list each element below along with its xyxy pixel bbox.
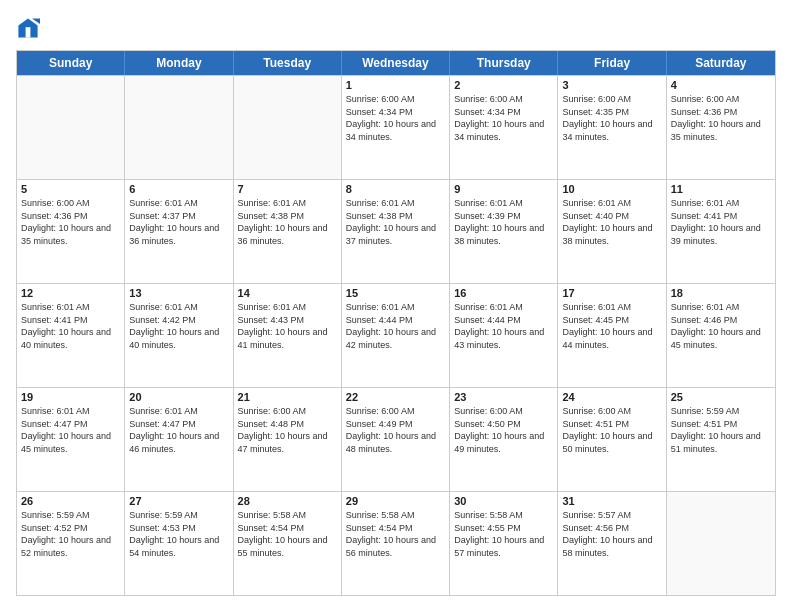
day-number: 16 <box>454 287 553 299</box>
day-number: 10 <box>562 183 661 195</box>
day-info: Sunrise: 6:01 AMSunset: 4:37 PMDaylight:… <box>129 197 228 247</box>
day-number: 20 <box>129 391 228 403</box>
day-info: Sunrise: 6:01 AMSunset: 4:42 PMDaylight:… <box>129 301 228 351</box>
day-cell <box>667 492 775 595</box>
logo-icon <box>16 16 40 40</box>
day-info: Sunrise: 5:57 AMSunset: 4:56 PMDaylight:… <box>562 509 661 559</box>
day-number: 11 <box>671 183 771 195</box>
day-cell: 2Sunrise: 6:00 AMSunset: 4:34 PMDaylight… <box>450 76 558 179</box>
day-info: Sunrise: 5:58 AMSunset: 4:55 PMDaylight:… <box>454 509 553 559</box>
day-info: Sunrise: 6:01 AMSunset: 4:46 PMDaylight:… <box>671 301 771 351</box>
day-cell: 30Sunrise: 5:58 AMSunset: 4:55 PMDayligh… <box>450 492 558 595</box>
day-cell: 11Sunrise: 6:01 AMSunset: 4:41 PMDayligh… <box>667 180 775 283</box>
day-cell: 26Sunrise: 5:59 AMSunset: 4:52 PMDayligh… <box>17 492 125 595</box>
day-header-thursday: Thursday <box>450 51 558 75</box>
day-headers-row: SundayMondayTuesdayWednesdayThursdayFrid… <box>17 51 775 75</box>
day-number: 21 <box>238 391 337 403</box>
day-cell: 15Sunrise: 6:01 AMSunset: 4:44 PMDayligh… <box>342 284 450 387</box>
day-info: Sunrise: 6:01 AMSunset: 4:43 PMDaylight:… <box>238 301 337 351</box>
week-row-2: 5Sunrise: 6:00 AMSunset: 4:36 PMDaylight… <box>17 179 775 283</box>
day-header-tuesday: Tuesday <box>234 51 342 75</box>
day-cell <box>234 76 342 179</box>
day-number: 4 <box>671 79 771 91</box>
day-info: Sunrise: 6:01 AMSunset: 4:38 PMDaylight:… <box>238 197 337 247</box>
day-number: 8 <box>346 183 445 195</box>
day-info: Sunrise: 6:01 AMSunset: 4:47 PMDaylight:… <box>21 405 120 455</box>
day-number: 1 <box>346 79 445 91</box>
day-info: Sunrise: 6:00 AMSunset: 4:49 PMDaylight:… <box>346 405 445 455</box>
day-number: 2 <box>454 79 553 91</box>
day-cell: 1Sunrise: 6:00 AMSunset: 4:34 PMDaylight… <box>342 76 450 179</box>
day-cell: 3Sunrise: 6:00 AMSunset: 4:35 PMDaylight… <box>558 76 666 179</box>
day-info: Sunrise: 6:00 AMSunset: 4:48 PMDaylight:… <box>238 405 337 455</box>
day-cell: 20Sunrise: 6:01 AMSunset: 4:47 PMDayligh… <box>125 388 233 491</box>
day-number: 5 <box>21 183 120 195</box>
day-number: 6 <box>129 183 228 195</box>
day-header-saturday: Saturday <box>667 51 775 75</box>
day-cell: 29Sunrise: 5:58 AMSunset: 4:54 PMDayligh… <box>342 492 450 595</box>
week-row-5: 26Sunrise: 5:59 AMSunset: 4:52 PMDayligh… <box>17 491 775 595</box>
page: SundayMondayTuesdayWednesdayThursdayFrid… <box>0 0 792 612</box>
week-row-1: 1Sunrise: 6:00 AMSunset: 4:34 PMDaylight… <box>17 75 775 179</box>
logo <box>16 16 44 40</box>
day-cell <box>125 76 233 179</box>
weeks-container: 1Sunrise: 6:00 AMSunset: 4:34 PMDaylight… <box>17 75 775 595</box>
day-number: 15 <box>346 287 445 299</box>
day-cell: 25Sunrise: 5:59 AMSunset: 4:51 PMDayligh… <box>667 388 775 491</box>
day-number: 30 <box>454 495 553 507</box>
day-cell: 21Sunrise: 6:00 AMSunset: 4:48 PMDayligh… <box>234 388 342 491</box>
day-info: Sunrise: 6:01 AMSunset: 4:41 PMDaylight:… <box>671 197 771 247</box>
day-cell: 5Sunrise: 6:00 AMSunset: 4:36 PMDaylight… <box>17 180 125 283</box>
day-info: Sunrise: 6:00 AMSunset: 4:51 PMDaylight:… <box>562 405 661 455</box>
day-cell: 12Sunrise: 6:01 AMSunset: 4:41 PMDayligh… <box>17 284 125 387</box>
day-number: 13 <box>129 287 228 299</box>
day-info: Sunrise: 6:00 AMSunset: 4:34 PMDaylight:… <box>346 93 445 143</box>
day-number: 26 <box>21 495 120 507</box>
day-number: 14 <box>238 287 337 299</box>
day-number: 25 <box>671 391 771 403</box>
day-cell: 19Sunrise: 6:01 AMSunset: 4:47 PMDayligh… <box>17 388 125 491</box>
day-header-sunday: Sunday <box>17 51 125 75</box>
day-info: Sunrise: 6:01 AMSunset: 4:40 PMDaylight:… <box>562 197 661 247</box>
day-cell: 31Sunrise: 5:57 AMSunset: 4:56 PMDayligh… <box>558 492 666 595</box>
day-number: 22 <box>346 391 445 403</box>
day-number: 19 <box>21 391 120 403</box>
day-cell: 14Sunrise: 6:01 AMSunset: 4:43 PMDayligh… <box>234 284 342 387</box>
day-info: Sunrise: 6:01 AMSunset: 4:39 PMDaylight:… <box>454 197 553 247</box>
day-number: 3 <box>562 79 661 91</box>
week-row-3: 12Sunrise: 6:01 AMSunset: 4:41 PMDayligh… <box>17 283 775 387</box>
header <box>16 16 776 40</box>
day-number: 23 <box>454 391 553 403</box>
day-cell: 23Sunrise: 6:00 AMSunset: 4:50 PMDayligh… <box>450 388 558 491</box>
day-info: Sunrise: 5:59 AMSunset: 4:51 PMDaylight:… <box>671 405 771 455</box>
day-cell: 13Sunrise: 6:01 AMSunset: 4:42 PMDayligh… <box>125 284 233 387</box>
day-number: 9 <box>454 183 553 195</box>
day-cell: 6Sunrise: 6:01 AMSunset: 4:37 PMDaylight… <box>125 180 233 283</box>
day-info: Sunrise: 6:00 AMSunset: 4:35 PMDaylight:… <box>562 93 661 143</box>
day-info: Sunrise: 5:58 AMSunset: 4:54 PMDaylight:… <box>346 509 445 559</box>
day-info: Sunrise: 5:59 AMSunset: 4:52 PMDaylight:… <box>21 509 120 559</box>
day-info: Sunrise: 6:00 AMSunset: 4:50 PMDaylight:… <box>454 405 553 455</box>
svg-rect-2 <box>26 27 31 37</box>
day-number: 29 <box>346 495 445 507</box>
day-cell: 7Sunrise: 6:01 AMSunset: 4:38 PMDaylight… <box>234 180 342 283</box>
day-cell: 10Sunrise: 6:01 AMSunset: 4:40 PMDayligh… <box>558 180 666 283</box>
day-number: 18 <box>671 287 771 299</box>
day-info: Sunrise: 6:01 AMSunset: 4:44 PMDaylight:… <box>454 301 553 351</box>
day-number: 12 <box>21 287 120 299</box>
day-cell: 24Sunrise: 6:00 AMSunset: 4:51 PMDayligh… <box>558 388 666 491</box>
day-info: Sunrise: 5:59 AMSunset: 4:53 PMDaylight:… <box>129 509 228 559</box>
calendar: SundayMondayTuesdayWednesdayThursdayFrid… <box>16 50 776 596</box>
day-info: Sunrise: 6:01 AMSunset: 4:44 PMDaylight:… <box>346 301 445 351</box>
day-cell: 16Sunrise: 6:01 AMSunset: 4:44 PMDayligh… <box>450 284 558 387</box>
day-cell: 4Sunrise: 6:00 AMSunset: 4:36 PMDaylight… <box>667 76 775 179</box>
day-cell: 18Sunrise: 6:01 AMSunset: 4:46 PMDayligh… <box>667 284 775 387</box>
day-number: 7 <box>238 183 337 195</box>
day-number: 31 <box>562 495 661 507</box>
day-cell: 9Sunrise: 6:01 AMSunset: 4:39 PMDaylight… <box>450 180 558 283</box>
day-header-monday: Monday <box>125 51 233 75</box>
day-header-friday: Friday <box>558 51 666 75</box>
day-info: Sunrise: 6:01 AMSunset: 4:41 PMDaylight:… <box>21 301 120 351</box>
day-info: Sunrise: 6:00 AMSunset: 4:36 PMDaylight:… <box>671 93 771 143</box>
day-info: Sunrise: 6:01 AMSunset: 4:38 PMDaylight:… <box>346 197 445 247</box>
